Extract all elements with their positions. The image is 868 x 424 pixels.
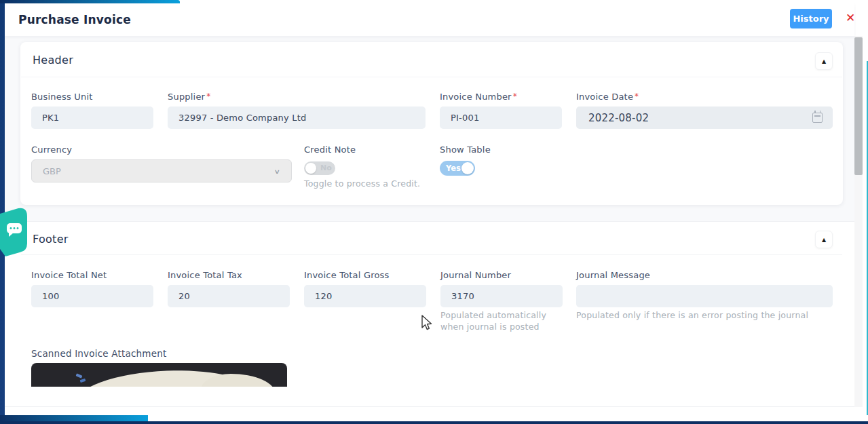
- currency-label: Currency: [31, 144, 72, 155]
- scanned-invoice-thumbnail[interactable]: [31, 363, 287, 387]
- invoice-total-net-label: Invoice Total Net: [31, 270, 107, 280]
- credit-note-label: Credit Note: [304, 144, 356, 155]
- journal-number-label: Journal Number: [440, 270, 511, 280]
- toggle-knob: [305, 163, 316, 174]
- supplier-field[interactable]: 32997 - Demo Company Ltd: [168, 107, 426, 129]
- invoice-date-label: Invoice Date*: [576, 92, 639, 102]
- chevron-down-icon: ∨: [273, 168, 280, 175]
- currency-select[interactable]: GBP ∨: [31, 159, 292, 182]
- feedback-chat-tab[interactable]: [0, 208, 29, 256]
- header-collapse-button[interactable]: ▲: [815, 52, 833, 70]
- invoice-total-gross-field[interactable]: 120: [304, 285, 426, 307]
- invoice-number-label: Invoice Number*: [440, 92, 517, 102]
- modal-footer-divider: [5, 406, 854, 407]
- invoice-number-field[interactable]: PI-001: [440, 107, 562, 129]
- top-gradient-bar: [0, 0, 180, 3]
- journal-message-label: Journal Message: [576, 270, 650, 280]
- purchase-invoice-modal: Purchase Invoice History ✕ Header ▲ Busi…: [0, 0, 868, 424]
- journal-message-helper: Populated only if there is an error post…: [576, 310, 834, 322]
- header-section-title: Header: [33, 54, 73, 66]
- journal-number-helper: Populated automatically when journal is …: [440, 310, 556, 333]
- supplier-label: Supplier*: [168, 92, 210, 102]
- journal-message-field[interactable]: [576, 285, 833, 307]
- invoice-total-gross-label: Invoice Total Gross: [304, 270, 390, 280]
- collapse-arrow-icon: ▲: [822, 58, 826, 64]
- credit-note-state: No: [320, 163, 332, 172]
- required-marker: *: [513, 92, 517, 101]
- invoice-total-tax-field[interactable]: 20: [168, 285, 290, 307]
- calendar-icon[interactable]: [812, 113, 823, 123]
- required-marker: *: [206, 92, 210, 101]
- show-table-label: Show Table: [440, 144, 491, 155]
- bottom-navy-bar: [0, 421, 868, 424]
- invoice-total-net-field[interactable]: 100: [31, 285, 153, 307]
- bottom-gradient-bar: [0, 415, 148, 421]
- close-icon[interactable]: ✕: [843, 10, 858, 25]
- credit-note-helper: Toggle to process a Credit.: [304, 178, 420, 190]
- journal-number-field[interactable]: 3170: [440, 285, 563, 307]
- collapse-arrow-icon: ▲: [822, 237, 826, 243]
- toggle-knob: [461, 162, 474, 174]
- header-title-divider: [21, 77, 842, 77]
- show-table-toggle[interactable]: Yes: [440, 161, 475, 176]
- business-unit-field[interactable]: PK1: [31, 107, 153, 129]
- history-button[interactable]: History: [790, 9, 832, 28]
- required-marker: *: [635, 92, 639, 101]
- invoice-date-field[interactable]: 2022-08-02: [576, 107, 833, 129]
- invoice-total-tax-label: Invoice Total Tax: [168, 270, 242, 280]
- modal-titlebar: Purchase Invoice History ✕: [5, 3, 854, 36]
- footer-section-title: Footer: [33, 233, 69, 246]
- footer-title-divider: [21, 254, 842, 255]
- currency-value: GBP: [43, 166, 61, 176]
- attachment-label: Scanned Invoice Attachment: [31, 348, 166, 359]
- page-title: Purchase Invoice: [18, 13, 131, 26]
- credit-note-toggle[interactable]: No: [304, 161, 335, 175]
- scrollbar-thumb[interactable]: [854, 37, 863, 175]
- footer-collapse-button[interactable]: ▲: [815, 231, 833, 248]
- show-table-state: Yes: [446, 163, 461, 173]
- business-unit-label: Business Unit: [31, 92, 93, 102]
